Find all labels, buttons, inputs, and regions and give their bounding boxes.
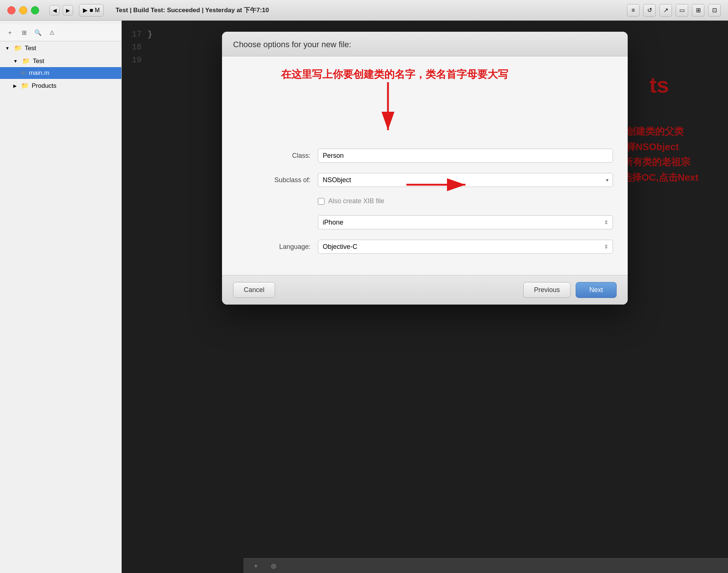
folder-icon: 📁 <box>14 44 22 52</box>
sidebar-item-label: Products <box>32 82 56 90</box>
device-select[interactable]: iPhone iPad Universal <box>318 215 613 229</box>
minimize-button[interactable] <box>19 6 27 14</box>
search-btn[interactable]: 🔍 <box>33 28 43 38</box>
dialog-footer: Cancel Previous Next <box>222 275 628 305</box>
forward-button[interactable]: ▶ <box>63 5 73 15</box>
titlebar-controls: ◀ ▶ <box>49 5 73 15</box>
sidebar-item-products[interactable]: ▶ 📁 Products <box>0 80 121 92</box>
xib-checkbox[interactable] <box>318 198 325 205</box>
navigator-btn[interactable]: ↗ <box>659 4 672 17</box>
language-select[interactable]: Objective-C Swift <box>318 240 613 254</box>
folder-icon: 📁 <box>22 57 30 65</box>
main-layout: + ⊞ 🔍 ⚠ ▼ 📁 Test ▼ 📁 Test m main.m <box>0 21 728 573</box>
scheme-icon: ▶ <box>83 7 87 14</box>
language-label: Language: <box>237 243 311 251</box>
disclosure-icon: ▶ <box>13 83 17 88</box>
group-btn[interactable]: ⊞ <box>19 28 29 38</box>
sidebar-group-test: ▼ 📁 Test m main.m <box>0 54 121 80</box>
assistant-btn[interactable]: ⊡ <box>708 4 721 17</box>
sidebar-group-test-root: ▼ 📁 Test ▼ 📁 Test m main.m ▶ 📁 Products <box>0 41 121 93</box>
dialog-header: Choose options for your new file: <box>222 32 628 56</box>
titlebar-right: ≡ ↺ ↗ ▭ ⊞ ⊡ <box>627 4 721 17</box>
statusbar: + ◎ <box>243 558 728 573</box>
scheme-selector[interactable]: ▶ ■ M <box>79 4 104 17</box>
scheme-label: ■ M <box>90 7 100 14</box>
device-row: iPhone iPad Universal ⇕ <box>237 215 613 229</box>
content-area: 17 18 19 } ts 在这里选择你创建类的父类 目前只需要选择NSObje… <box>122 21 728 573</box>
next-button[interactable]: Next <box>576 282 617 298</box>
filter-btn[interactable]: ◎ <box>268 561 279 571</box>
file-icon: m <box>21 69 26 77</box>
subclass-label: Subclass of: <box>237 176 311 184</box>
subclass-select[interactable]: NSObject UIViewController UIView <box>318 173 613 187</box>
device-select-wrap: iPhone iPad Universal ⇕ <box>318 215 613 229</box>
cancel-button[interactable]: Cancel <box>233 282 275 298</box>
back-button[interactable]: ◀ <box>49 5 60 15</box>
disclosure-icon: ▼ <box>13 59 18 64</box>
maximize-button[interactable] <box>31 6 39 14</box>
titlebar: ◀ ▶ ▶ ■ M Test | Build Test: Succeeded |… <box>0 0 728 21</box>
add-file-btn[interactable]: + <box>5 28 15 38</box>
sidebar-item-label: main.m <box>29 69 49 77</box>
timestamp: Yesterday at 下午7:10 <box>205 7 269 14</box>
dialog-overlay: Choose options for your new file: 在这里写上你… <box>122 21 728 573</box>
dialog-title: Choose options for your new file: <box>233 40 617 49</box>
sidebar: + ⊞ 🔍 ⚠ ▼ 📁 Test ▼ 📁 Test m main.m <box>0 21 122 573</box>
sidebar-item-label: Test <box>25 45 36 52</box>
test-label: Test <box>115 7 128 14</box>
folder-icon: 📁 <box>21 82 29 90</box>
traffic-lights <box>7 6 39 14</box>
refresh-btn[interactable]: ↺ <box>643 4 656 17</box>
split-editor-btn[interactable]: ⊞ <box>692 4 704 17</box>
sidebar-toolbar: + ⊞ 🔍 ⚠ <box>0 24 121 41</box>
top-annotation: 在这里写上你要创建类的名字，类名首字母要大写 <box>281 67 508 81</box>
previous-button[interactable]: Previous <box>523 282 571 298</box>
xib-row: Also create XIB file <box>318 197 613 205</box>
sidebar-item-test-root[interactable]: ▼ 📁 Test <box>0 42 121 54</box>
arrow-down-svg <box>366 79 410 138</box>
class-label: Class: <box>237 152 311 160</box>
sidebar-item-test[interactable]: ▼ 📁 Test <box>0 55 121 67</box>
xib-label: Also create XIB file <box>328 197 384 205</box>
subclass-select-wrap: NSObject UIViewController UIView ▾ <box>318 173 613 187</box>
disclosure-icon: ▼ <box>5 46 10 51</box>
add-btn[interactable]: + <box>251 561 261 571</box>
dialog-body: 在这里写上你要创建类的名字，类名首字母要大写 Class: <box>222 56 628 275</box>
subclass-row: Subclass of: NSObject UIViewController U… <box>237 173 613 187</box>
build-status-text: Build Test: Succeeded <box>133 7 200 14</box>
class-input[interactable] <box>318 149 613 163</box>
editor-layout-btn[interactable]: ≡ <box>627 4 639 17</box>
warning-btn[interactable]: ⚠ <box>47 28 57 38</box>
single-editor-btn[interactable]: ▭ <box>676 4 688 17</box>
class-row: Class: <box>237 149 613 163</box>
sidebar-item-main-m[interactable]: m main.m <box>0 67 121 79</box>
language-row: Language: Objective-C Swift ⇕ <box>237 240 613 254</box>
close-button[interactable] <box>7 6 15 14</box>
build-status: Test | Build Test: Succeeded | Yesterday… <box>115 6 269 14</box>
dialog: Choose options for your new file: 在这里写上你… <box>222 32 628 305</box>
sidebar-item-label: Test <box>33 58 44 65</box>
language-select-wrap: Objective-C Swift ⇕ <box>318 240 613 254</box>
